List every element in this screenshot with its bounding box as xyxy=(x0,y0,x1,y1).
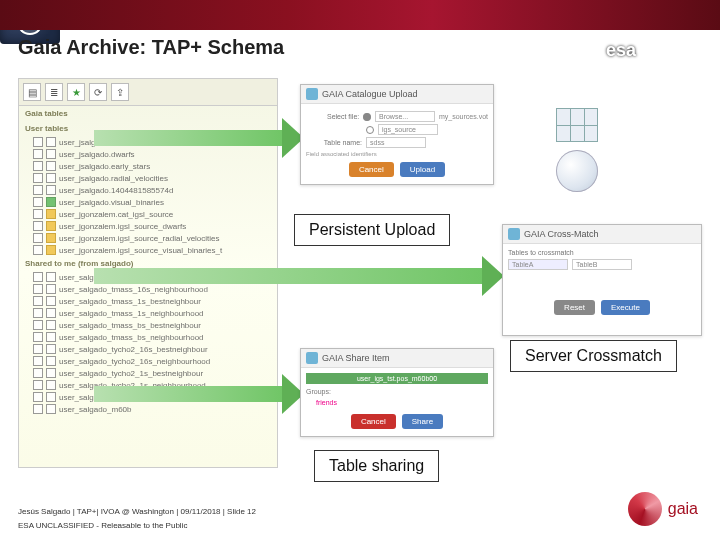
reset-button[interactable]: Reset xyxy=(554,300,595,315)
db-icon[interactable]: ▤ xyxy=(23,83,41,101)
header-band xyxy=(0,0,720,30)
tablename-input[interactable]: sdss xyxy=(366,137,426,148)
layers-icon[interactable]: ≣ xyxy=(45,83,63,101)
upload-button[interactable]: Upload xyxy=(400,162,445,177)
globe-icon xyxy=(556,150,598,192)
share-icon[interactable]: ⇪ xyxy=(111,83,129,101)
callout-upload: Persistent Upload xyxy=(294,214,450,246)
format-input[interactable]: igs_source xyxy=(378,124,438,135)
upload-dialog: GAIA Catalogue Upload Select file:Browse… xyxy=(300,84,494,185)
esa-text: esa xyxy=(606,40,636,61)
gaia-logo: gaia xyxy=(628,492,698,526)
tree-item[interactable]: user_jgonzalem.cat_igsl_source xyxy=(19,208,277,220)
browse-button[interactable]: Browse... xyxy=(375,111,435,122)
page-title: Gaia Archive: TAP+ Schema xyxy=(18,36,284,59)
tree-item[interactable]: user_salgado_tycho2_16s_bestneighbour xyxy=(19,343,277,355)
radio[interactable] xyxy=(363,113,371,121)
radio[interactable] xyxy=(366,126,374,134)
tableb-select[interactable]: TableB xyxy=(572,259,632,270)
tree-item[interactable]: user_jgonzalem.igsl_source_dwarfs xyxy=(19,220,277,232)
share-title: GAIA Share Item xyxy=(322,353,390,363)
tree-item[interactable]: user_jsalgado.early_stars xyxy=(19,160,277,172)
tree-item[interactable]: user_salgado_tmass_1s_bestneighbour xyxy=(19,295,277,307)
footer-classification: ESA UNCLASSIFIED - Releasable to the Pub… xyxy=(18,521,187,530)
arrow-crossmatch xyxy=(94,256,504,296)
table-icon xyxy=(556,108,598,142)
callout-crossmatch: Server Crossmatch xyxy=(510,340,677,372)
tablea-select[interactable]: TableA xyxy=(508,259,568,270)
share-item-icon xyxy=(306,352,318,364)
gaia-text: gaia xyxy=(668,500,698,518)
crossmatch-title: GAIA Cross-Match xyxy=(524,229,599,239)
share-item-name: user_igs_tst.pos_m60b00 xyxy=(306,373,488,384)
catalogue-icon xyxy=(306,88,318,100)
star-icon[interactable]: ★ xyxy=(67,83,85,101)
tree-item[interactable]: user_jsalgado.1404481585574d xyxy=(19,184,277,196)
arrow-share xyxy=(94,374,304,414)
crossmatch-icon xyxy=(508,228,520,240)
share-group: friends xyxy=(316,399,488,406)
tree-item[interactable]: user_jsalgado.radial_velocities xyxy=(19,172,277,184)
tree-item[interactable]: user_salgado_tmass_bs_bestneighbour xyxy=(19,319,277,331)
gaia-swirl-icon xyxy=(628,492,662,526)
footer-meta: Jesús Salgado | TAP+| IVOA @ Washington … xyxy=(18,507,256,516)
tree-item[interactable]: user_salgado_tmass_1s_neighbourhood xyxy=(19,307,277,319)
tree-toolbar: ▤ ≣ ★ ⟳ ⇪ xyxy=(19,79,277,106)
share-cancel-button[interactable]: Cancel xyxy=(351,414,396,429)
callout-share: Table sharing xyxy=(314,450,439,482)
execute-button[interactable]: Execute xyxy=(601,300,650,315)
share-dialog: GAIA Share Item user_igs_tst.pos_m60b00 … xyxy=(300,348,494,437)
arrow-upload xyxy=(94,118,304,158)
tree-item[interactable]: user_salgado_tycho2_16s_neighbourhood xyxy=(19,355,277,367)
crossmatch-dialog: GAIA Cross-Match Tables to crossmatch Ta… xyxy=(502,224,702,336)
share-submit-button[interactable]: Share xyxy=(402,414,443,429)
tree-item[interactable]: user_jsalgado.visual_binaries xyxy=(19,196,277,208)
upload-title: GAIA Catalogue Upload xyxy=(322,89,418,99)
refresh-icon[interactable]: ⟳ xyxy=(89,83,107,101)
tree-item[interactable]: user_jgonzalem.igsl_source_visual_binari… xyxy=(19,244,277,256)
cancel-button[interactable]: Cancel xyxy=(349,162,394,177)
tree-item[interactable]: user_salgado_tmass_bs_neighbourhood xyxy=(19,331,277,343)
tree-item[interactable]: user_jgonzalem.igsl_source_radial_veloci… xyxy=(19,232,277,244)
